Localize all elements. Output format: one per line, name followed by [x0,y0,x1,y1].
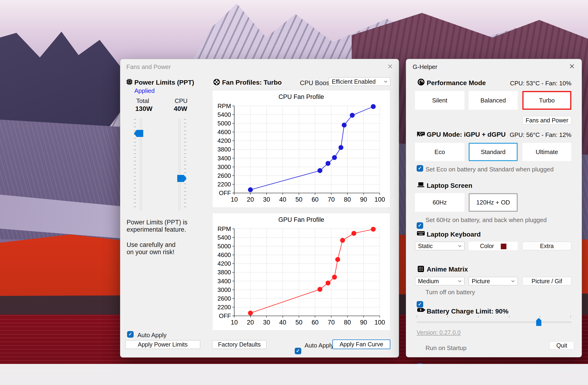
matrix-brightness-value: Medium [418,278,439,285]
power-auto-apply-label: Auto Apply [137,332,167,339]
cpu-watts-label: CPU [175,97,188,105]
fan-auto-apply-checkbox[interactable] [295,348,301,354]
svg-text:40: 40 [279,196,286,203]
fan-auto-apply-label: Auto Apply [305,342,334,349]
svg-text:4200: 4200 [218,260,231,267]
matrix-mode-value: Picture [472,278,490,285]
svg-text:OFF: OFF [219,313,231,319]
svg-text:4600: 4600 [218,129,231,135]
screen-button-60hz[interactable]: 60Hz [415,193,464,212]
svg-text:2200: 2200 [218,304,231,310]
gpu-fan-profile-chart[interactable]: 102030405060708090100OFF2200260030003400… [212,213,390,331]
laptop-screen-heading: Laptop Screen [427,182,472,190]
close-icon[interactable] [569,63,575,69]
svg-text:20: 20 [247,319,254,326]
svg-text:RPM: RPM [218,103,231,109]
mode-button-silent[interactable]: Silent [415,91,464,110]
svg-text:20: 20 [247,196,254,203]
chevron-down-icon [511,280,515,282]
eco-on-battery-checkbox[interactable] [417,165,423,172]
g-helper-window: G-Helper Performance Mode CPU: 53°C - Fa… [406,59,582,357]
cpu-slider-track[interactable] [179,119,181,210]
battery-bolt-icon [417,307,425,313]
svg-text:RPM: RPM [218,226,231,232]
quit-button[interactable]: Quit [549,341,574,350]
svg-text:5400: 5400 [218,234,231,241]
battery-slider-thumb[interactable] [536,318,541,326]
gpu-button-ultimate[interactable]: Ultimate [522,143,571,161]
60hz-on-battery-checkbox[interactable] [417,222,423,229]
svg-text:100: 100 [374,196,385,203]
cpu-temp-fan-status: CPU: 53°C - Fan: 10% [510,80,571,87]
performance-mode-heading: Performance Mode [427,79,486,87]
svg-text:60: 60 [312,196,319,203]
cpu-boost-label: CPU Boost [300,80,331,87]
svg-text:30: 30 [263,319,270,326]
taskbar: G G ENG 5:52 PM 3/14/2023 [0,364,588,385]
matrix-battery-off-label: Turn off on battery [425,289,475,296]
svg-text:90: 90 [360,319,367,326]
svg-text:4600: 4600 [218,252,231,258]
gpu-button-eco[interactable]: Eco [415,143,464,161]
factory-defaults-button[interactable]: Factory Defaults [212,340,267,349]
keyboard-color-button[interactable]: Color [469,242,518,250]
total-watts-label: Total [136,97,149,105]
keyboard-extra-button[interactable]: Extra [522,242,571,250]
fans-and-power-button[interactable]: Fans and Power [523,116,571,125]
60hz-on-battery-label: Set 60Hz on battery, and back when plugg… [425,216,547,224]
laptop-keyboard-heading: Laptop Keyboard [427,231,481,238]
gpu-mode-heading: GPU Mode: iGPU + dGPU [427,131,506,138]
mode-button-balanced[interactable]: Balanced [469,91,518,110]
svg-text:3000: 3000 [218,164,231,170]
power-warning-line4: on your own risk! [126,249,174,256]
svg-text:5000: 5000 [218,243,231,250]
gpu-button-standard-selected[interactable]: Standard [469,143,518,161]
close-icon[interactable] [387,63,393,69]
apply-power-limits-button[interactable]: Apply Power Limits [125,340,200,349]
power-warning-line2: experimental feature. [126,226,186,233]
chevron-down-icon [458,245,462,247]
svg-text:2600: 2600 [218,295,231,302]
version-link[interactable]: Version: 0.27.0.0 [417,329,461,336]
svg-text:3000: 3000 [218,286,231,293]
fans-window-titlebar[interactable]: Fans and Power [120,59,399,73]
svg-text:3400: 3400 [218,155,231,162]
matrix-mode-select[interactable]: Picture [469,277,518,285]
keyboard-backlight-select[interactable]: Static [415,242,464,250]
cpu-fan-profile-chart[interactable]: 102030405060708090100OFF2200260030003400… [212,90,390,208]
svg-text:4200: 4200 [218,137,231,144]
cpu-boost-select[interactable]: Efficient Enabled [329,77,390,86]
keyboard-icon [417,230,425,236]
gpu-card-icon [417,131,425,137]
power-auto-apply-checkbox[interactable] [127,331,134,338]
total-watts-value: 130W [135,105,152,112]
matrix-battery-off-checkbox[interactable] [417,301,423,308]
power-limits-heading: Power Limits (PPT) [134,79,194,86]
keyboard-backlight-value: Static [418,243,433,250]
svg-text:5400: 5400 [218,111,231,118]
matrix-brightness-select[interactable]: Medium [415,277,464,285]
ghelper-window-title: G-Helper [413,63,437,71]
cpu-boost-value: Efficient Enabled [332,78,376,85]
ghelper-titlebar[interactable]: G-Helper [406,59,582,73]
anime-matrix-icon [417,265,425,273]
svg-text:50: 50 [295,319,302,326]
apply-fan-curve-button[interactable]: Apply Fan Curve [333,340,390,349]
power-warning-line1: Power Limits (PPT) is [126,219,188,226]
svg-text:10: 10 [231,196,238,203]
laptop-icon [417,181,425,188]
performance-gauge-icon [417,78,425,86]
cpu-chip-icon [126,78,133,85]
svg-text:30: 30 [263,196,270,203]
cpu-slider-ticks [184,119,186,210]
mode-button-turbo-selected[interactable]: Turbo [522,91,571,110]
svg-text:2200: 2200 [218,181,231,188]
svg-text:GPU Fan Profile: GPU Fan Profile [278,216,324,223]
chevron-down-icon [384,80,388,83]
matrix-picture-gif-button[interactable]: Picture / Gif [522,277,571,285]
svg-text:OFF: OFF [219,190,231,196]
battery-charge-limit-heading: Battery Charge Limit: 90% [427,308,508,315]
svg-text:70: 70 [328,319,335,326]
battery-slider-track[interactable] [417,321,571,323]
screen-button-120hz-selected[interactable]: 120Hz + OD [469,193,518,212]
